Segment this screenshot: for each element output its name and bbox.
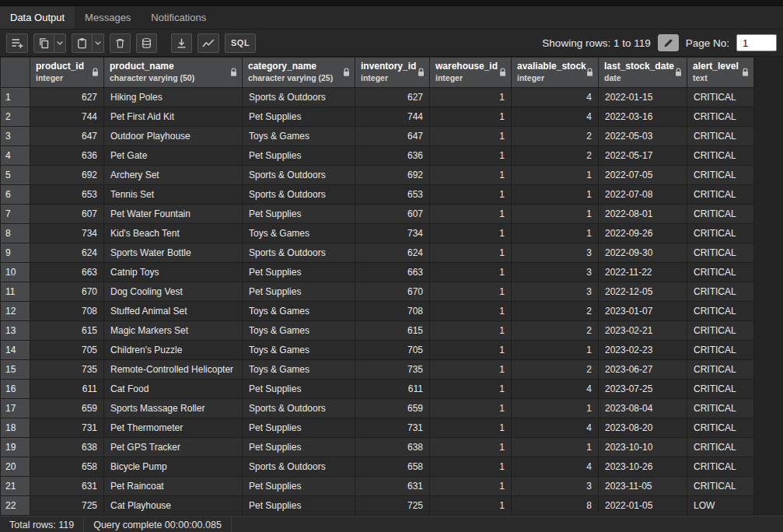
row-number[interactable]: 21 (1, 477, 30, 496)
cell-last_stock_date[interactable]: 2023-01-07 (599, 302, 687, 321)
cell-warehouse_id[interactable]: 1 (430, 282, 512, 302)
cell-warehouse_id[interactable]: 1 (430, 399, 512, 418)
cell-category_name[interactable]: Pet Supplies (243, 438, 355, 457)
row-number[interactable]: 3 (1, 127, 30, 146)
cell-inventory_id[interactable]: 638 (355, 438, 430, 457)
page-no-input[interactable] (736, 34, 777, 51)
row-number[interactable]: 20 (1, 457, 30, 477)
cell-product_id[interactable]: 638 (30, 438, 104, 457)
cell-warehouse_id[interactable]: 1 (430, 127, 512, 146)
cell-product_id[interactable]: 658 (30, 457, 104, 477)
cell-product_id[interactable]: 631 (30, 477, 104, 496)
cell-alert_level[interactable]: CRITICAL (687, 380, 754, 399)
cell-category_name[interactable]: Pet Supplies (243, 496, 355, 516)
row-number[interactable]: 8 (1, 224, 30, 243)
cell-avaliable_stock[interactable]: 2 (512, 302, 599, 321)
cell-product_name[interactable]: Tennis Set (104, 185, 243, 205)
cell-avaliable_stock[interactable]: 1 (512, 341, 599, 360)
cell-category_name[interactable]: Pet Supplies (243, 146, 355, 166)
row-number[interactable]: 10 (1, 263, 30, 282)
cell-product_name[interactable]: Remote-Controlled Helicopter (104, 360, 243, 380)
column-header-avaliable_stock[interactable]: avaliable_stockinteger (512, 58, 599, 88)
column-header-last_stock_date[interactable]: last_stock_datedate (599, 58, 687, 88)
cell-product_name[interactable]: Stuffed Animal Set (104, 302, 243, 321)
cell-product_name[interactable]: Magic Markers Set (104, 321, 243, 341)
cell-alert_level[interactable]: CRITICAL (687, 282, 754, 302)
cell-product_name[interactable]: Sports Water Bottle (104, 243, 243, 263)
cell-inventory_id[interactable]: 744 (355, 107, 430, 127)
cell-product_name[interactable]: Hiking Poles (104, 88, 243, 107)
cell-last_stock_date[interactable]: 2022-07-08 (599, 185, 687, 205)
cell-alert_level[interactable]: CRITICAL (687, 263, 754, 282)
cell-product_id[interactable]: 624 (30, 243, 104, 263)
cell-avaliable_stock[interactable]: 1 (512, 166, 599, 185)
cell-avaliable_stock[interactable]: 2 (512, 127, 599, 146)
cell-avaliable_stock[interactable]: 1 (512, 205, 599, 224)
cell-inventory_id[interactable]: 647 (355, 127, 430, 146)
cell-alert_level[interactable]: CRITICAL (687, 88, 754, 107)
row-number[interactable]: 22 (1, 496, 30, 516)
cell-inventory_id[interactable]: 735 (355, 360, 430, 380)
cell-category_name[interactable]: Pet Supplies (243, 263, 355, 282)
cell-inventory_id[interactable]: 631 (355, 477, 430, 496)
row-number[interactable]: 2 (1, 107, 30, 127)
tab-notifications[interactable]: Notifications (141, 6, 216, 29)
cell-inventory_id[interactable]: 607 (355, 205, 430, 224)
cell-alert_level[interactable]: CRITICAL (687, 243, 754, 263)
cell-alert_level[interactable]: CRITICAL (687, 457, 754, 477)
cell-last_stock_date[interactable]: 2022-07-05 (599, 166, 687, 185)
cell-avaliable_stock[interactable]: 3 (512, 243, 599, 263)
cell-alert_level[interactable]: CRITICAL (687, 224, 754, 243)
cell-last_stock_date[interactable]: 2022-08-01 (599, 205, 687, 224)
copy-button[interactable] (33, 33, 54, 53)
cell-avaliable_stock[interactable]: 2 (512, 360, 599, 380)
cell-inventory_id[interactable]: 663 (355, 263, 430, 282)
cell-last_stock_date[interactable]: 2022-03-16 (599, 107, 687, 127)
row-number[interactable]: 14 (1, 341, 30, 360)
cell-product_id[interactable]: 708 (30, 302, 104, 321)
cell-alert_level[interactable]: CRITICAL (687, 205, 754, 224)
tab-data-output[interactable]: Data Output (0, 6, 75, 29)
column-header-alert_level[interactable]: alert_leveltext (687, 58, 754, 88)
cell-alert_level[interactable]: CRITICAL (687, 166, 754, 185)
cell-avaliable_stock[interactable]: 2 (512, 146, 599, 166)
cell-product_id[interactable]: 734 (30, 224, 104, 243)
paste-dropdown-button[interactable] (93, 33, 104, 53)
cell-product_name[interactable]: Sports Massage Roller (104, 399, 243, 418)
cell-category_name[interactable]: Pet Supplies (243, 205, 355, 224)
cell-avaliable_stock[interactable]: 1 (512, 399, 599, 418)
row-number[interactable]: 16 (1, 380, 30, 399)
cell-warehouse_id[interactable]: 1 (430, 302, 512, 321)
cell-inventory_id[interactable]: 653 (355, 185, 430, 205)
cell-alert_level[interactable]: CRITICAL (687, 146, 754, 166)
cell-inventory_id[interactable]: 636 (355, 146, 430, 166)
cell-category_name[interactable]: Toys & Games (243, 321, 355, 341)
cell-alert_level[interactable]: CRITICAL (687, 107, 754, 127)
cell-avaliable_stock[interactable]: 4 (512, 107, 599, 127)
cell-alert_level[interactable]: CRITICAL (687, 321, 754, 341)
cell-warehouse_id[interactable]: 1 (430, 166, 512, 185)
cell-warehouse_id[interactable]: 1 (430, 457, 512, 477)
sql-button[interactable]: SQL (225, 33, 256, 53)
row-number[interactable]: 5 (1, 166, 30, 185)
cell-inventory_id[interactable]: 692 (355, 166, 430, 185)
cell-inventory_id[interactable]: 708 (355, 302, 430, 321)
cell-alert_level[interactable]: CRITICAL (687, 477, 754, 496)
row-number[interactable]: 1 (1, 88, 30, 107)
cell-product_name[interactable]: Kid's Beach Tent (104, 224, 243, 243)
row-number[interactable]: 7 (1, 205, 30, 224)
cell-alert_level[interactable]: CRITICAL (687, 418, 754, 438)
cell-product_id[interactable]: 659 (30, 399, 104, 418)
cell-product_id[interactable]: 735 (30, 360, 104, 380)
cell-product_id[interactable]: 692 (30, 166, 104, 185)
cell-warehouse_id[interactable]: 1 (430, 146, 512, 166)
cell-inventory_id[interactable]: 611 (355, 380, 430, 399)
cell-alert_level[interactable]: CRITICAL (687, 302, 754, 321)
cell-product_name[interactable]: Pet First Aid Kit (104, 107, 243, 127)
row-number[interactable]: 18 (1, 418, 30, 438)
cell-inventory_id[interactable]: 658 (355, 457, 430, 477)
cell-product_name[interactable]: Cat Playhouse (104, 496, 243, 516)
cell-product_id[interactable]: 653 (30, 185, 104, 205)
cell-product_name[interactable]: Catnip Toys (104, 263, 243, 282)
row-number[interactable]: 6 (1, 185, 30, 205)
